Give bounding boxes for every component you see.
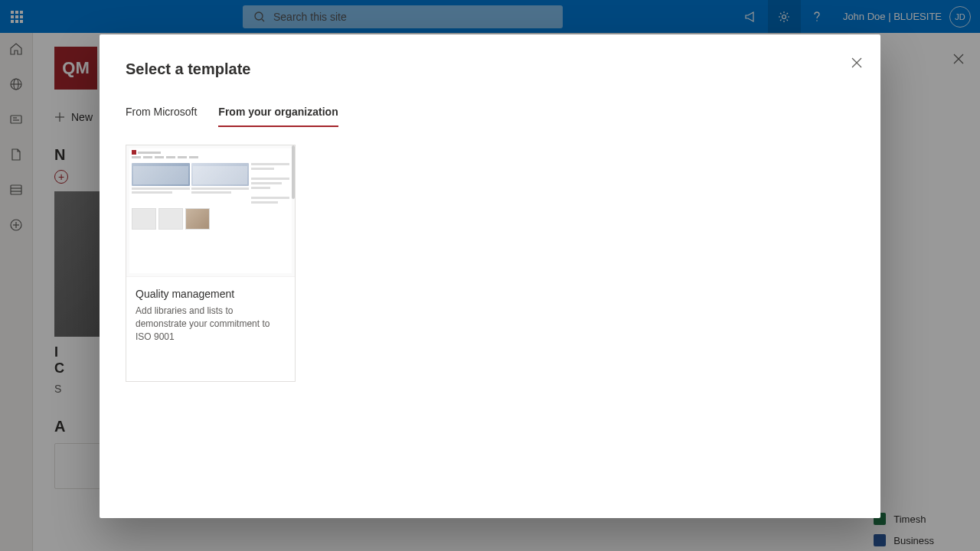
template-description: Add libraries and lists to demonstrate y…	[136, 305, 286, 343]
template-dialog: Select a template From Microsoft From yo…	[100, 34, 880, 518]
modal-scrim[interactable]: Select a template From Microsoft From yo…	[0, 0, 980, 551]
template-grid: Quality management Add libraries and lis…	[126, 145, 854, 382]
dialog-close-button[interactable]	[851, 57, 862, 68]
dialog-title: Select a template	[126, 60, 854, 78]
tab-from-organization[interactable]: From your organization	[218, 99, 338, 127]
close-icon	[851, 57, 862, 68]
template-name: Quality management	[136, 288, 286, 300]
tab-from-microsoft[interactable]: From Microsoft	[126, 99, 197, 127]
template-card-quality-management[interactable]: Quality management Add libraries and lis…	[126, 145, 296, 382]
template-preview	[126, 145, 295, 277]
dialog-tabs: From Microsoft From your organization	[126, 99, 854, 128]
